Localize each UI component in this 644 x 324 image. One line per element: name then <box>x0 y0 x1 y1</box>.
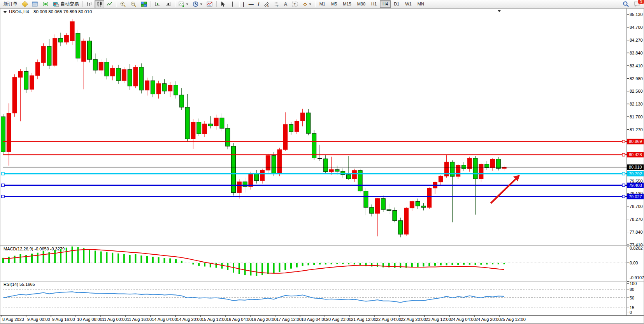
channel-button[interactable]: E <box>261 0 271 8</box>
price-tick-label: 81.700 <box>630 114 643 119</box>
search-icon <box>623 1 629 7</box>
line-chart-button[interactable] <box>105 0 114 8</box>
tile-windows-button[interactable] <box>139 0 149 8</box>
timeframe-button-H4[interactable]: H4 <box>380 0 391 8</box>
time-tick-label: 21 Aug 12:00 <box>351 317 376 322</box>
time-tick-label: 25 Aug 12:00 <box>500 317 526 322</box>
fibonacci-button[interactable]: F <box>272 0 281 8</box>
candle <box>53 38 57 65</box>
candle <box>220 118 224 129</box>
vertical-line-button[interactable]: | <box>241 0 246 8</box>
chart-shift-icon <box>165 1 171 7</box>
indicators-button[interactable] <box>177 0 190 8</box>
zoom-in-button[interactable] <box>118 0 128 8</box>
timeframe-button-D1[interactable]: D1 <box>391 0 402 8</box>
price-line-label: 79.027 <box>629 194 642 199</box>
bar-chart-button[interactable] <box>84 0 94 8</box>
candle <box>30 76 34 89</box>
time-tick-label: 17 Aug 12:00 <box>276 317 302 322</box>
text-button[interactable]: A <box>282 0 289 8</box>
timeframe-button-M30[interactable]: M30 <box>354 0 368 8</box>
templates-icon <box>207 1 213 7</box>
auto-scroll-button[interactable] <box>153 0 163 8</box>
candle <box>197 122 201 134</box>
window-icon <box>32 1 38 7</box>
chart-canvas[interactable]: 85.13084.70084.27083.84083.41082.98082.5… <box>0 8 644 324</box>
data-window-button[interactable] <box>30 0 40 8</box>
candle <box>335 169 339 171</box>
autotrading-icon <box>53 1 59 7</box>
periods-button[interactable] <box>191 0 204 8</box>
candle <box>151 81 155 94</box>
candle <box>283 125 288 150</box>
candle <box>156 84 161 94</box>
toolbar-separator <box>216 1 217 7</box>
toolbar-separator <box>175 1 175 7</box>
line-handle[interactable] <box>622 195 625 198</box>
new-order-button[interactable]: 新订单 <box>2 0 19 8</box>
timeframe-button-M5[interactable]: M5 <box>328 0 340 8</box>
line-handle[interactable] <box>2 195 4 198</box>
line-handle[interactable] <box>622 140 625 143</box>
chart-shift-button[interactable] <box>163 0 173 8</box>
zo om-out-button[interactable] <box>128 0 139 8</box>
time-tick-label: 10 Aug 08:00 <box>77 317 102 322</box>
candle <box>479 164 483 179</box>
line-handle[interactable] <box>622 184 625 187</box>
candlestick-chart-button[interactable] <box>95 0 104 8</box>
candle <box>323 159 328 172</box>
market-watch-button[interactable] <box>20 0 30 8</box>
zoom-out-icon <box>130 1 137 7</box>
candle <box>462 165 466 169</box>
candle <box>352 171 356 179</box>
candle <box>226 129 230 146</box>
candle <box>473 158 477 179</box>
fibonacci-icon: F <box>274 1 279 7</box>
candle <box>318 158 322 159</box>
toolbar-separator <box>239 1 239 7</box>
candle <box>47 46 51 65</box>
cursor-button[interactable] <box>218 0 227 8</box>
line-handle[interactable] <box>622 153 625 156</box>
horizontal-line-button[interactable]: — <box>247 0 256 8</box>
candle <box>24 71 28 89</box>
line-handle[interactable] <box>622 172 625 175</box>
candle <box>237 182 241 193</box>
arrows-button[interactable] <box>300 0 313 8</box>
candle <box>249 173 253 187</box>
timeframe-button-M15[interactable]: M15 <box>340 0 354 8</box>
text-label-button[interactable]: T <box>290 0 300 8</box>
macd-axis-label: 0.8202 <box>630 246 643 250</box>
timeframe-button-H1[interactable]: H1 <box>369 0 379 8</box>
candle <box>295 121 299 132</box>
notifications-button[interactable]: 1 <box>632 0 642 8</box>
channel-icon: E <box>263 1 269 7</box>
svg-text:F: F <box>277 4 279 7</box>
line-handle[interactable] <box>2 184 4 187</box>
time-tick-label: 22 Aug 04:00 <box>376 317 401 322</box>
timeframe-button-W1[interactable]: W1 <box>402 0 414 8</box>
strategy-tester-button[interactable] <box>40 0 51 8</box>
search-button[interactable] <box>621 0 631 8</box>
candle <box>312 134 316 158</box>
timeframe-button-MN[interactable]: MN <box>415 0 427 8</box>
chart-title[interactable]: USOil-,H4 80.003 80.065 79.899 80.010 <box>4 9 92 14</box>
candle <box>421 206 426 208</box>
dropdown-arrow-icon <box>200 4 202 6</box>
svg-text:T: T <box>293 2 296 6</box>
trendline-icon: / <box>258 1 260 7</box>
crosshair-button[interactable] <box>228 0 237 8</box>
trendline-button[interactable]: / <box>256 0 261 8</box>
clock-icon <box>193 1 199 7</box>
candle <box>404 208 409 234</box>
timeframe-button-M1[interactable]: M1 <box>317 0 328 8</box>
candle <box>70 21 74 41</box>
chart-frame <box>0 9 644 324</box>
time-tick-label: 9 Aug 16:00 <box>52 317 75 322</box>
price-tick-label: 77.840 <box>630 230 643 234</box>
line-handle[interactable] <box>2 172 4 175</box>
autotrading-button[interactable]: 自动交易 <box>51 0 81 8</box>
toolbar: 新订单 自动交易 <box>0 0 644 8</box>
time-tick-label: 9 Aug 00:00 <box>27 317 50 322</box>
templates-button[interactable] <box>205 0 215 8</box>
